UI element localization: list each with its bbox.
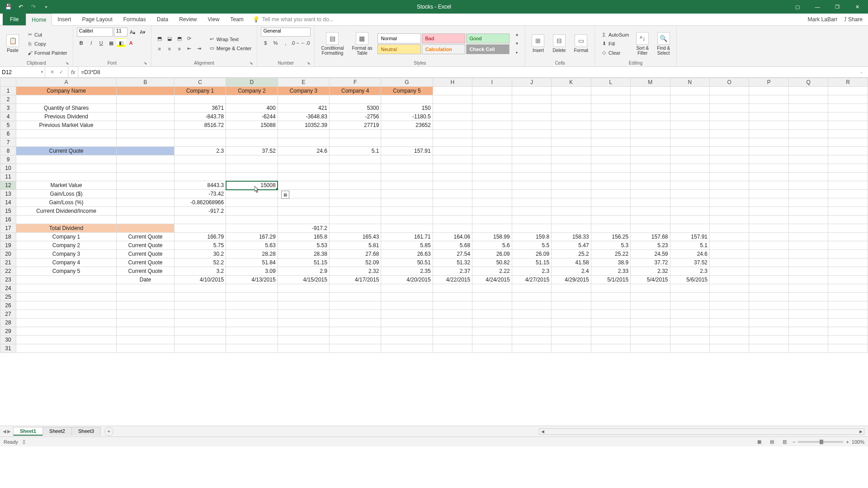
row-header[interactable]: 24 (0, 284, 16, 293)
cell[interactable] (828, 207, 868, 216)
cell[interactable] (788, 155, 828, 164)
cell[interactable] (788, 250, 828, 258)
cell[interactable] (828, 310, 868, 319)
cell[interactable] (329, 173, 381, 181)
cell[interactable] (788, 190, 828, 198)
cell[interactable]: 8516.72 (174, 121, 226, 130)
cell[interactable] (631, 207, 670, 216)
cell[interactable] (710, 173, 749, 181)
cell[interactable] (788, 198, 828, 207)
cell[interactable] (749, 155, 788, 164)
align-center-icon[interactable]: ≡ (165, 44, 174, 53)
cell[interactable]: 27.68 (329, 250, 381, 258)
cell[interactable]: 5.5 (512, 241, 551, 250)
cell[interactable] (433, 216, 472, 224)
cell[interactable] (631, 173, 670, 181)
cell[interactable] (16, 293, 116, 301)
cell[interactable]: 2.32 (631, 267, 670, 276)
row-header[interactable]: 20 (0, 250, 16, 258)
cell[interactable]: 4/24/2015 (472, 276, 512, 284)
cell[interactable]: -6244 (226, 113, 278, 121)
cell[interactable] (788, 293, 828, 301)
cell[interactable] (710, 121, 749, 130)
cell[interactable] (174, 319, 226, 327)
user-name[interactable]: Mark LaBarr (808, 16, 838, 23)
cell[interactable]: 5/1/2015 (591, 276, 630, 284)
qat-dropdown-icon[interactable]: ▾ (42, 2, 51, 11)
decrease-decimal-icon[interactable]: ←.0 (301, 38, 310, 47)
sheet-nav-next-icon[interactable]: ▶ (7, 429, 11, 434)
cell[interactable] (117, 224, 175, 233)
cell[interactable] (591, 327, 630, 336)
cell[interactable]: 41.58 (552, 258, 591, 267)
cell[interactable]: 37.52 (226, 147, 278, 155)
cell[interactable] (278, 198, 329, 207)
cell[interactable]: Current Quote (117, 233, 175, 241)
row-header[interactable]: 17 (0, 224, 16, 233)
cell[interactable] (710, 233, 749, 241)
cell[interactable] (16, 173, 116, 181)
cell[interactable] (381, 301, 433, 310)
expand-formula-bar-icon[interactable]: ⌄ (857, 68, 865, 76)
cell[interactable] (552, 310, 591, 319)
cell[interactable] (433, 113, 472, 121)
cell[interactable] (670, 344, 709, 353)
cell[interactable] (788, 344, 828, 353)
cell[interactable] (117, 207, 175, 216)
cell[interactable] (278, 284, 329, 293)
increase-decimal-icon[interactable]: .0→ (291, 38, 300, 47)
styles-more-icon[interactable]: ▾ (512, 48, 521, 57)
cell[interactable] (631, 104, 670, 113)
row-header[interactable]: 12 (0, 181, 16, 190)
cell[interactable] (16, 344, 116, 353)
cell[interactable] (381, 293, 433, 301)
cell[interactable] (749, 130, 788, 138)
cell[interactable] (631, 293, 670, 301)
cell[interactable] (512, 190, 551, 198)
cell[interactable]: -0.862068966 (174, 198, 226, 207)
cell[interactable]: 2.3 (670, 267, 709, 276)
cell[interactable] (174, 155, 226, 164)
cell[interactable] (591, 198, 630, 207)
page-break-view-icon[interactable]: ▥ (780, 438, 790, 446)
cell[interactable] (631, 121, 670, 130)
cell[interactable] (670, 87, 709, 95)
cell[interactable] (117, 130, 175, 138)
cell[interactable] (710, 241, 749, 250)
column-header[interactable]: H (433, 78, 472, 87)
cancel-formula-icon[interactable]: ✕ (48, 68, 56, 76)
style-calculation[interactable]: Calculation (422, 44, 465, 54)
cell[interactable] (226, 130, 278, 138)
cell[interactable] (552, 284, 591, 293)
cell[interactable]: 150 (381, 104, 433, 113)
row-header[interactable]: 25 (0, 293, 16, 301)
cell[interactable] (381, 224, 433, 233)
styles-scroll-up-icon[interactable]: ▲ (512, 30, 521, 39)
cell[interactable]: 50.51 (381, 258, 433, 267)
cell[interactable] (631, 319, 670, 327)
undo-icon[interactable]: ↶ (16, 2, 25, 11)
cell[interactable] (788, 173, 828, 181)
font-name-select[interactable]: Calibri (77, 28, 113, 37)
cell[interactable] (226, 293, 278, 301)
cell[interactable] (174, 293, 226, 301)
cell[interactable] (552, 87, 591, 95)
cell[interactable] (381, 138, 433, 147)
cell[interactable] (710, 130, 749, 138)
cell[interactable]: 157.91 (670, 233, 709, 241)
cell[interactable]: 4/15/2015 (278, 276, 329, 284)
cell[interactable] (512, 344, 551, 353)
cell[interactable]: 5.6 (472, 241, 512, 250)
styles-scroll-down-icon[interactable]: ▼ (512, 39, 521, 48)
cell[interactable]: 4/29/2015 (552, 276, 591, 284)
cell[interactable] (433, 344, 472, 353)
clear-button[interactable]: ◇Clear (599, 49, 631, 57)
fx-icon[interactable]: fx (68, 67, 78, 77)
cell[interactable] (828, 224, 868, 233)
cell[interactable] (670, 207, 709, 216)
cell[interactable] (512, 95, 551, 104)
cell[interactable] (749, 113, 788, 121)
cell[interactable]: 4/20/2015 (381, 276, 433, 284)
cell[interactable] (329, 207, 381, 216)
cell[interactable]: Gain/Loss ($) (16, 190, 116, 198)
